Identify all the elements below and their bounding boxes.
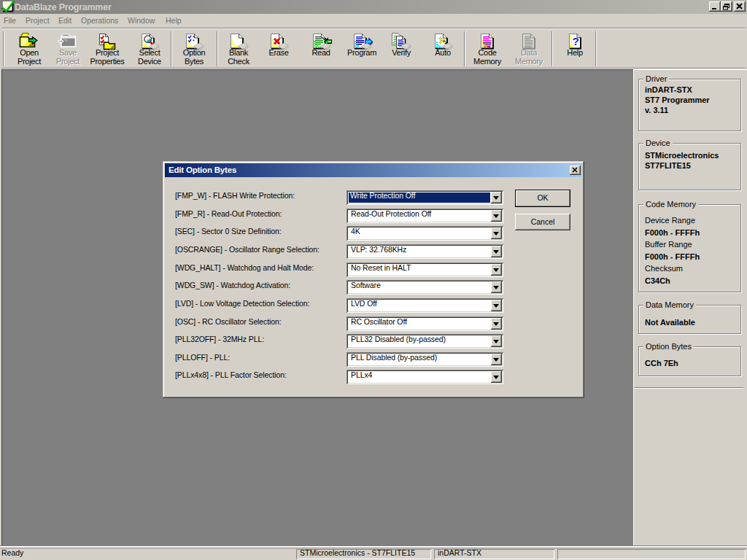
svg-text:?: ? — [572, 35, 578, 47]
